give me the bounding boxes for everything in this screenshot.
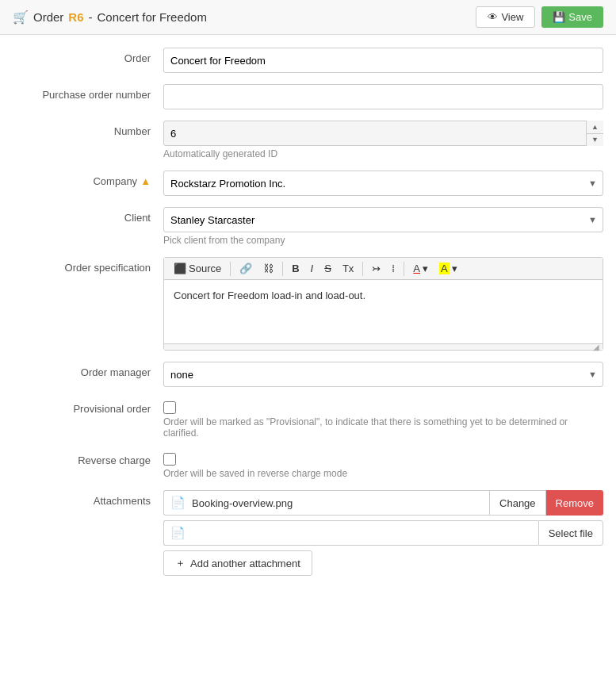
- purchase-order-label: Purchase order number: [13, 84, 163, 101]
- toolbar-separator-2: [282, 262, 283, 276]
- editor-resize-handle[interactable]: ◢: [164, 343, 603, 350]
- spinner-up-button[interactable]: ▲: [587, 121, 603, 134]
- reverse-charge-hint: Order will be saved in reverse charge mo…: [163, 468, 603, 479]
- reverse-charge-label: Reverse charge: [13, 450, 163, 466]
- bg-color-button[interactable]: A ▾: [434, 261, 462, 276]
- view-button-label: View: [501, 11, 523, 23]
- change-attachment-1-button[interactable]: Change: [489, 490, 546, 516]
- purchase-order-wrap: [163, 84, 603, 109]
- order-manager-label: Order manager: [13, 362, 163, 378]
- attachments-wrap: 📄 Booking-overview.png Change Remove 📄 S…: [163, 490, 603, 576]
- toolbar-separator-3: [362, 262, 363, 276]
- attachments-row: Attachments 📄 Booking-overview.png Chang…: [0, 490, 616, 576]
- provisional-order-row: Provisional order Order will be marked a…: [0, 398, 616, 439]
- client-hint: Pick client from the company: [163, 235, 603, 246]
- unlink-button[interactable]: ⛓: [258, 261, 278, 276]
- order-manager-select[interactable]: none: [163, 362, 603, 387]
- separator: -: [89, 10, 93, 24]
- strikethrough-button[interactable]: S: [319, 261, 336, 276]
- font-color-button[interactable]: A ▾: [408, 261, 433, 276]
- cart-icon: 🛒: [13, 10, 29, 25]
- number-spinner: ▲ ▼: [586, 121, 603, 146]
- attachment-row-1: 📄 Booking-overview.png Change Remove: [163, 490, 603, 516]
- client-row: Client Stanley Starcaster ▼ Pick client …: [0, 207, 616, 246]
- order-input[interactable]: [163, 48, 603, 73]
- company-field-wrap: Rockstarz Promotion Inc. ▼: [163, 171, 603, 196]
- client-select[interactable]: Stanley Starcaster: [163, 207, 603, 232]
- unordered-list-button[interactable]: ⁞: [387, 261, 400, 276]
- add-attachment-button[interactable]: ＋ Add another attachment: [163, 550, 312, 576]
- attachment-filename-1: Booking-overview.png: [192, 497, 293, 509]
- strike-icon: S: [324, 263, 331, 274]
- client-field-wrap: Stanley Starcaster ▼ Pick client from th…: [163, 207, 603, 246]
- bold-button[interactable]: B: [287, 261, 304, 276]
- order-manager-row: Order manager none ▼: [0, 362, 616, 387]
- plus-icon: ＋: [175, 556, 186, 570]
- reverse-charge-row: Reverse charge Order will be saved in re…: [0, 450, 616, 479]
- number-wrap: ▲ ▼ Automatically generated ID: [163, 121, 603, 159]
- italic-icon: I: [311, 263, 314, 274]
- clear-format-button[interactable]: Tx: [338, 261, 358, 276]
- order-manager-wrap: none ▼: [163, 362, 603, 387]
- company-label: Company ▲: [13, 171, 163, 187]
- number-row: Number ▲ ▼ Automatically generated ID: [0, 121, 616, 159]
- file-icon-2: 📄: [170, 526, 186, 540]
- number-input-group: ▲ ▼: [163, 121, 603, 146]
- italic-button[interactable]: I: [306, 261, 319, 276]
- provisional-order-label: Provisional order: [13, 398, 163, 415]
- link-button[interactable]: 🔗: [235, 261, 257, 276]
- attachment-file-1: 📄 Booking-overview.png: [163, 490, 489, 516]
- save-icon: 💾: [553, 11, 565, 23]
- page-header: 🛒 Order R6 - Concert for Freedom 👁 View …: [0, 0, 616, 35]
- font-color-label: A: [413, 263, 420, 274]
- order-static-label: Order: [33, 10, 63, 24]
- source-button[interactable]: ⬛ Source: [169, 261, 226, 276]
- company-select[interactable]: Rockstarz Promotion Inc.: [163, 171, 603, 196]
- header-actions: 👁 View 💾 Save: [476, 6, 603, 28]
- spinner-down-button[interactable]: ▼: [587, 134, 603, 147]
- number-hint: Automatically generated ID: [163, 148, 603, 159]
- provisional-checkbox[interactable]: [163, 401, 176, 414]
- view-button[interactable]: 👁 View: [476, 6, 535, 28]
- company-select-wrap: Rockstarz Promotion Inc. ▼: [163, 171, 603, 196]
- client-select-wrap: Stanley Starcaster ▼: [163, 207, 603, 232]
- form-body: Order Purchase order number Number ▲ ▼ A…: [0, 35, 616, 600]
- purchase-order-input[interactable]: [163, 84, 603, 109]
- reverse-charge-checkbox[interactable]: [163, 453, 176, 466]
- order-spec-row: Order specification ⬛ Source 🔗 ⛓ B: [0, 257, 616, 351]
- order-name-title: Concert for Freedom: [98, 10, 207, 24]
- order-spec-wrap: ⬛ Source 🔗 ⛓ B I S: [163, 257, 603, 351]
- attachment-row-2: 📄 Select file: [163, 520, 603, 546]
- client-label: Client: [13, 207, 163, 224]
- number-label: Number: [13, 121, 163, 137]
- save-button[interactable]: 💾 Save: [541, 6, 603, 28]
- reverse-charge-wrap: Order will be saved in reverse charge mo…: [163, 450, 603, 479]
- order-field-label: Order: [13, 48, 163, 64]
- provisional-order-wrap: Order will be marked as "Provisional", t…: [163, 398, 603, 439]
- number-input[interactable]: [163, 121, 603, 146]
- font-color-dropdown-icon: ▾: [423, 263, 428, 274]
- order-field-wrap: [163, 48, 603, 73]
- attachments-list: 📄 Booking-overview.png Change Remove 📄 S…: [163, 490, 603, 576]
- rich-text-editor: ⬛ Source 🔗 ⛓ B I S: [163, 257, 603, 351]
- clear-format-icon: Tx: [342, 263, 354, 274]
- order-spec-label: Order specification: [13, 257, 163, 274]
- resize-icon: ◢: [593, 343, 599, 351]
- provisional-hint: Order will be marked as "Provisional", t…: [163, 416, 603, 439]
- header-title-group: 🛒 Order R6 - Concert for Freedom: [13, 10, 207, 25]
- purchase-order-row: Purchase order number: [0, 84, 616, 109]
- eye-icon: 👁: [488, 11, 498, 23]
- bg-color-label: A: [439, 263, 450, 274]
- attachment-file-2: 📄: [163, 520, 538, 546]
- ordered-list-button[interactable]: ↣: [367, 261, 385, 276]
- file-icon-1: 📄: [170, 496, 186, 510]
- order-manager-select-wrap: none ▼: [163, 362, 603, 387]
- source-label: Source: [189, 263, 221, 274]
- company-label-text: Company: [93, 175, 137, 187]
- editor-text: Concert for Freedom load-in and load-out…: [174, 289, 365, 301]
- bg-color-dropdown-icon: ▾: [452, 263, 457, 274]
- editor-content-area[interactable]: Concert for Freedom load-in and load-out…: [164, 280, 603, 343]
- editor-toolbar: ⬛ Source 🔗 ⛓ B I S: [164, 258, 603, 280]
- remove-attachment-1-button[interactable]: Remove: [546, 490, 603, 516]
- select-file-button[interactable]: Select file: [538, 520, 603, 546]
